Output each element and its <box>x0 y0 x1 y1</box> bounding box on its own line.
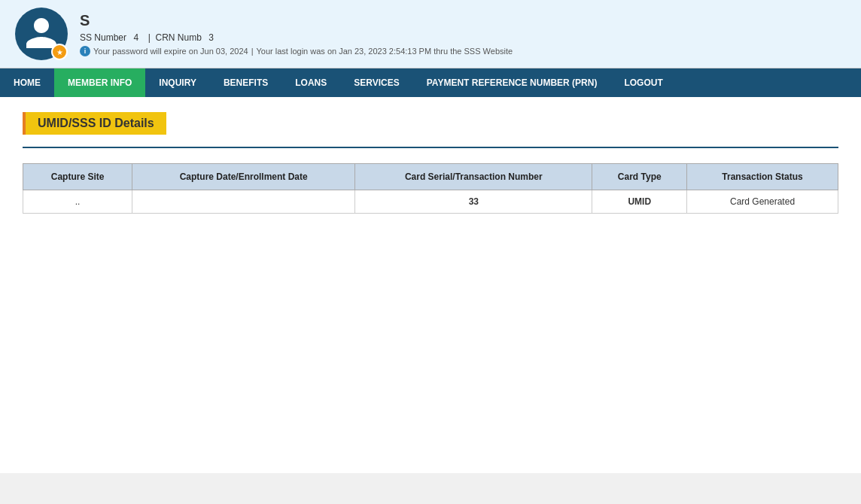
nav-home[interactable]: HOME <box>0 68 54 97</box>
main-nav: HOME MEMBER INFO INQUIRY BENEFITS LOANS … <box>0 68 861 97</box>
title-divider <box>23 147 838 148</box>
header-title: S <box>80 12 513 29</box>
password-notice-row: i Your password will expire on Jun 03, 2… <box>80 46 513 56</box>
avatar-container: ★ <box>15 8 68 60</box>
cell-serial-number: 33 <box>355 190 592 214</box>
table-header: Capture Site Capture Date/Enrollment Dat… <box>23 164 838 190</box>
col-serial-number: Card Serial/Transaction Number <box>355 164 592 190</box>
cell-capture-date <box>132 190 355 214</box>
table-header-row: Capture Site Capture Date/Enrollment Dat… <box>23 164 838 190</box>
cell-transaction-status: Card Generated <box>687 190 838 214</box>
header-details: SS Number 4 | CRN Numb 3 <box>80 32 513 43</box>
nav-logout[interactable]: LOGOUT <box>610 68 676 97</box>
page-title: UMID/SSS ID Details <box>23 112 166 135</box>
table-row: .. 33 UMID Card Generated <box>23 190 838 214</box>
nav-services[interactable]: SERVICES <box>340 68 412 97</box>
nav-prn[interactable]: PAYMENT REFERENCE NUMBER (PRN) <box>413 68 611 97</box>
main-content: UMID/SSS ID Details Capture Site Capture… <box>0 97 861 473</box>
nav-inquiry[interactable]: INQUIRY <box>145 68 210 97</box>
crn-value: 3 <box>208 32 214 43</box>
col-card-type: Card Type <box>592 164 687 190</box>
nav-loans[interactable]: LOANS <box>281 68 340 97</box>
umid-table: Capture Site Capture Date/Enrollment Dat… <box>23 163 838 214</box>
col-capture-site: Capture Site <box>23 164 132 190</box>
badge-icon: ★ <box>51 44 68 60</box>
col-transaction-status: Transaction Status <box>687 164 838 190</box>
header-info: S SS Number 4 | CRN Numb 3 i Your passwo… <box>80 12 513 56</box>
info-icon: i <box>80 46 90 56</box>
ss-label: SS Number <box>80 32 126 43</box>
cell-capture-site: .. <box>23 190 132 214</box>
password-notice: Your password will expire on Jun 03, 202… <box>93 47 248 56</box>
login-notice: Your last login was on Jan 23, 2023 2:54… <box>257 47 513 56</box>
nav-member-info[interactable]: MEMBER INFO <box>54 68 145 97</box>
separator: | <box>251 47 254 56</box>
ss-value: 4 <box>133 32 138 43</box>
crn-label: CRN Numb <box>156 32 202 43</box>
table-body: .. 33 UMID Card Generated <box>23 190 838 214</box>
col-capture-date: Capture Date/Enrollment Date <box>132 164 355 190</box>
cell-card-type: UMID <box>592 190 687 214</box>
nav-benefits[interactable]: BENEFITS <box>210 68 281 97</box>
header: ★ S SS Number 4 | CRN Numb 3 i Your pass… <box>0 0 861 68</box>
